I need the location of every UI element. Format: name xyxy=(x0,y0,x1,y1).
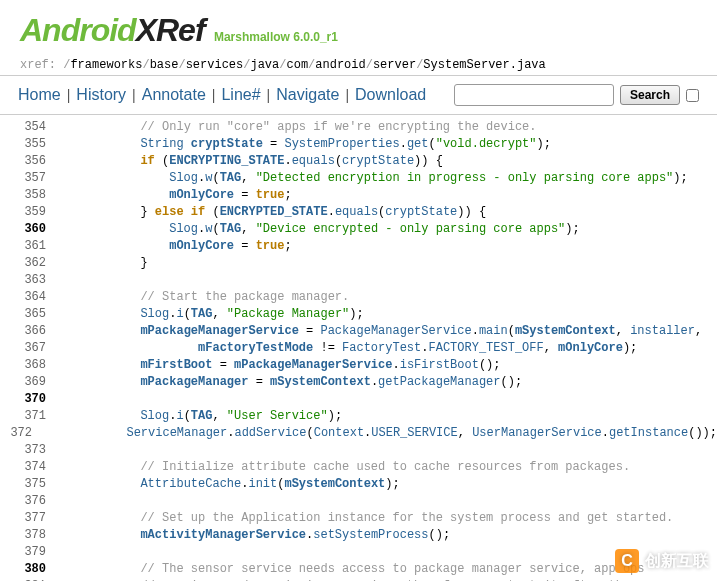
token-def[interactable]: mSystemContext xyxy=(515,324,616,338)
nav-annotate[interactable]: Annotate xyxy=(142,86,206,104)
line-number[interactable]: 371 xyxy=(10,408,54,425)
token-ref[interactable]: getPackageManager xyxy=(378,375,500,389)
token-ref[interactable]: init xyxy=(248,477,277,491)
token-def[interactable]: cryptState xyxy=(191,137,263,151)
search-input[interactable] xyxy=(454,84,614,106)
token-def[interactable]: mOnlyCore xyxy=(558,341,623,355)
line-number[interactable]: 364 xyxy=(10,289,54,306)
line-content xyxy=(54,544,61,561)
token-ref[interactable]: cryptState xyxy=(385,205,457,219)
line-content: mFirstBoot = mPackageManagerService.isFi… xyxy=(54,357,501,374)
token-ref[interactable]: Slog xyxy=(169,222,198,236)
token-ref[interactable]: AttributeCache xyxy=(140,477,241,491)
token-def[interactable]: mOnlyCore xyxy=(169,239,234,253)
token-def[interactable]: TAG xyxy=(191,307,213,321)
line-number[interactable]: 377 xyxy=(10,510,54,527)
line-number[interactable]: 366 xyxy=(10,323,54,340)
line-number[interactable]: 376 xyxy=(10,493,54,510)
line-number[interactable]: 374 xyxy=(10,459,54,476)
token-ref[interactable]: get xyxy=(407,137,429,151)
token-ref[interactable]: Slog xyxy=(140,409,169,423)
token-ref[interactable]: addService xyxy=(234,426,306,440)
search-checkbox[interactable] xyxy=(686,89,699,102)
search-button[interactable]: Search xyxy=(620,85,680,105)
nav-history[interactable]: History xyxy=(76,86,126,104)
token-def[interactable]: mActivityManagerService xyxy=(140,528,306,542)
line-number[interactable]: 363 xyxy=(10,272,54,289)
token-def[interactable]: mSystemContext xyxy=(270,375,371,389)
line-number[interactable]: 367 xyxy=(10,340,54,357)
token-ref[interactable]: SystemProperties xyxy=(284,137,399,151)
token-def[interactable]: TAG xyxy=(191,409,213,423)
line-number[interactable]: 375 xyxy=(10,476,54,493)
line-number[interactable]: 357 xyxy=(10,170,54,187)
token-def[interactable]: mOnlyCore xyxy=(169,188,234,202)
line-number[interactable]: 359 xyxy=(10,204,54,221)
line-number[interactable]: 380 xyxy=(10,561,54,578)
token-ref[interactable]: installer xyxy=(630,324,695,338)
line-number[interactable]: 360 xyxy=(10,221,54,238)
breadcrumb-seg[interactable]: services xyxy=(186,58,244,72)
token-ref[interactable]: i xyxy=(176,307,183,321)
code-line: 379 xyxy=(10,544,717,561)
token-def[interactable]: TAG xyxy=(220,222,242,236)
line-number[interactable]: 354 xyxy=(10,119,54,136)
token-ref[interactable]: ServiceManager xyxy=(126,426,227,440)
logo-android[interactable]: Android xyxy=(20,12,136,48)
token-def[interactable]: TAG xyxy=(220,171,242,185)
token-def[interactable]: ENCRYPTING_STATE xyxy=(169,154,284,168)
line-number[interactable]: 361 xyxy=(10,238,54,255)
code-line: 370 xyxy=(10,391,717,408)
token-ref[interactable]: isFirstBoot xyxy=(400,358,479,372)
breadcrumb-seg[interactable]: com xyxy=(286,58,308,72)
token-ref[interactable]: getInstance xyxy=(609,426,688,440)
code-line: 373 xyxy=(10,442,717,459)
token-ref[interactable]: UserManagerService xyxy=(472,426,602,440)
token-def[interactable]: mSystemContext xyxy=(284,477,385,491)
token-ref[interactable]: main xyxy=(479,324,508,338)
token-ref[interactable]: equals xyxy=(292,154,335,168)
breadcrumb-seg[interactable]: java xyxy=(250,58,279,72)
breadcrumb-seg[interactable]: server xyxy=(373,58,416,72)
breadcrumb-seg[interactable]: SystemServer.java xyxy=(423,58,545,72)
line-number[interactable]: 372 xyxy=(10,425,40,442)
line-number[interactable]: 379 xyxy=(10,544,54,561)
line-number[interactable]: 362 xyxy=(10,255,54,272)
line-number[interactable]: 369 xyxy=(10,374,54,391)
token-ref[interactable]: i xyxy=(176,409,183,423)
line-number[interactable]: 356 xyxy=(10,153,54,170)
token-def[interactable]: mPackageManager xyxy=(140,375,248,389)
token-ref[interactable]: FACTORY_TEST_OFF xyxy=(428,341,543,355)
token-ref[interactable]: FactoryTest xyxy=(342,341,421,355)
line-number[interactable]: 358 xyxy=(10,187,54,204)
token-ref[interactable]: setSystemProcess xyxy=(313,528,428,542)
token-def[interactable]: mFactoryTestMode xyxy=(198,341,313,355)
line-number[interactable]: 378 xyxy=(10,527,54,544)
breadcrumb-seg[interactable]: base xyxy=(150,58,179,72)
token-ref[interactable]: cryptState xyxy=(342,154,414,168)
line-number[interactable]: 373 xyxy=(10,442,54,459)
token-ref[interactable]: PackageManagerService xyxy=(320,324,471,338)
token-ref[interactable]: USER_SERVICE xyxy=(371,426,457,440)
token-ref[interactable]: Slog xyxy=(140,307,169,321)
token-ref[interactable]: Slog xyxy=(169,171,198,185)
nav-navigate[interactable]: Navigate xyxy=(276,86,339,104)
breadcrumb-seg[interactable]: android xyxy=(315,58,365,72)
token-def[interactable]: mFirstBoot xyxy=(140,358,212,372)
logo-xref[interactable]: XRef xyxy=(136,12,205,48)
token-def[interactable]: mPackageManagerService xyxy=(140,324,298,338)
line-number[interactable]: 370 xyxy=(10,391,54,408)
nav-download[interactable]: Download xyxy=(355,86,426,104)
token-ref[interactable]: String xyxy=(140,137,183,151)
token-def[interactable]: mPackageManagerService xyxy=(234,358,392,372)
line-number[interactable]: 365 xyxy=(10,306,54,323)
line-number[interactable]: 368 xyxy=(10,357,54,374)
line-number[interactable]: 355 xyxy=(10,136,54,153)
token-def[interactable]: ENCRYPTED_STATE xyxy=(220,205,328,219)
nav-home[interactable]: Home xyxy=(18,86,61,104)
token-ref[interactable]: equals xyxy=(335,205,378,219)
token-str: "vold.decrypt" xyxy=(436,137,537,151)
breadcrumb-seg[interactable]: frameworks xyxy=(70,58,142,72)
nav-line[interactable]: Line# xyxy=(221,86,260,104)
token-ref[interactable]: Context xyxy=(314,426,364,440)
